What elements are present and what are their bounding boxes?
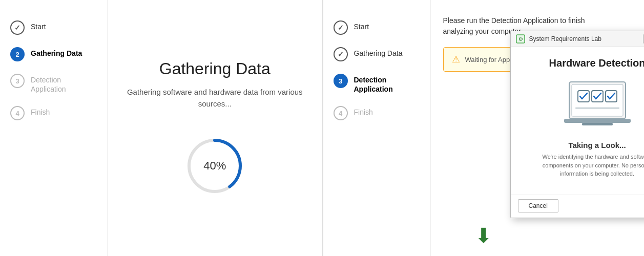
modal-app-icon: ⚙ <box>516 34 525 44</box>
step-circle-3: 3 <box>10 74 25 88</box>
right-panel: ✓ Start ✓ Gathering Data 3 Detection App… <box>323 0 645 256</box>
modal-title-left: ⚙ System Requirements Lab <box>516 34 601 44</box>
right-check-icon-1: ✓ <box>338 24 344 32</box>
right-step-label-4: Finish <box>354 106 373 117</box>
modal-titlebar: ⚙ System Requirements Lab − □ ✕ <box>511 31 645 47</box>
right-step-number-4: 4 <box>339 110 342 117</box>
modal-title-text: System Requirements Lab <box>529 35 601 42</box>
step-circle-1: ✓ <box>10 20 25 35</box>
step-item-start: ✓ Start <box>10 20 97 35</box>
taking-look-desc: We're identifying the hardware and softw… <box>536 153 645 178</box>
step-label-4: Finish <box>31 106 50 117</box>
right-step-item-gathering: ✓ Gathering Data <box>334 47 420 61</box>
step-item-gathering: 2 Gathering Data <box>10 47 97 61</box>
step-number-2: 2 <box>15 51 19 58</box>
step-label-2: Gathering Data <box>31 47 82 58</box>
step-item-detection: 3 Detection Application <box>10 74 97 94</box>
right-step-circle-2: ✓ <box>334 47 348 61</box>
right-step-label-2: Gathering Data <box>354 47 403 58</box>
svg-text:⚙: ⚙ <box>518 36 523 42</box>
page-subtitle: Gathering software and hardware data fro… <box>123 87 307 110</box>
step-circle-4: 4 <box>10 106 25 120</box>
right-step-circle-4: 4 <box>334 106 348 120</box>
laptop-illustration <box>562 79 633 133</box>
step-number-4: 4 <box>15 110 19 117</box>
right-step-item-start: ✓ Start <box>334 20 420 35</box>
svg-rect-7 <box>582 123 613 125</box>
modal-body: Hardware Detection <box>511 47 645 195</box>
step-number-3: 3 <box>15 77 19 85</box>
right-step-circle-1: ✓ <box>334 20 348 35</box>
hardware-detection-modal: ⚙ System Requirements Lab − □ ✕ Hardware… <box>510 31 645 218</box>
right-step-circle-3: 3 <box>334 74 348 88</box>
modal-footer: Cancel v 6.5.2 <box>511 195 645 218</box>
page-title: Gathering Data <box>159 59 271 78</box>
right-step-item-detection: 3 Detection Application <box>334 74 420 94</box>
right-check-icon-2: ✓ <box>338 50 344 58</box>
right-step-number-3: 3 <box>339 77 342 85</box>
left-main-content: Gathering Data Gathering software and ha… <box>108 0 322 256</box>
right-step-item-finish: 4 Finish <box>334 106 420 120</box>
check-icon-1: ✓ <box>14 24 20 32</box>
step-item-finish: 4 Finish <box>10 106 97 120</box>
down-arrow-icon: ⬇ <box>475 225 492 246</box>
warning-icon: ⚠ <box>452 54 460 65</box>
taking-look-title: Taking a Look... <box>568 141 626 150</box>
modal-heading: Hardware Detection <box>549 57 644 69</box>
right-step-label-1: Start <box>354 20 369 31</box>
right-main-content: Please run the Detection Application to … <box>431 0 645 256</box>
left-panel: ✓ Start 2 Gathering Data 3 Detection App… <box>0 0 323 256</box>
svg-rect-6 <box>564 119 631 123</box>
cancel-button[interactable]: Cancel <box>518 199 558 212</box>
step-label-1: Start <box>31 20 46 31</box>
progress-circle: 40% <box>184 135 245 197</box>
step-label-3: Detection Application <box>31 74 97 94</box>
right-step-label-3: Detection Application <box>354 74 420 94</box>
progress-label: 40% <box>203 159 226 173</box>
right-sidebar: ✓ Start ✓ Gathering Data 3 Detection App… <box>323 0 431 256</box>
step-circle-2: 2 <box>10 47 25 61</box>
laptop-svg <box>562 79 633 131</box>
left-sidebar: ✓ Start 2 Gathering Data 3 Detection App… <box>0 0 108 256</box>
